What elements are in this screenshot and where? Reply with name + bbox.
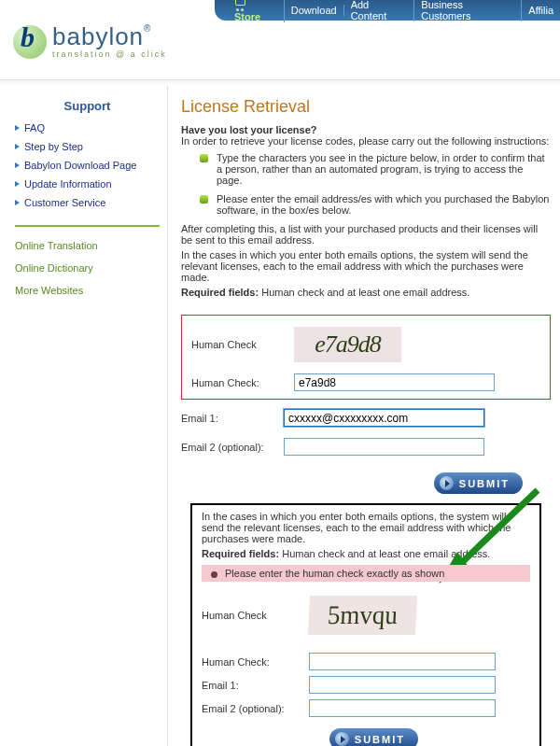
sidebar-heading: Support	[15, 99, 160, 113]
human-check-label: Human Check	[191, 339, 294, 350]
nav-download[interactable]: Download	[285, 5, 344, 16]
arrow-icon	[335, 732, 349, 746]
captcha-highlight-box: Human Check e7a9d8 Human Check:	[181, 315, 551, 400]
after-text: After completing this, a list with your …	[181, 223, 551, 246]
logo-tagline: translation @ a click	[52, 50, 167, 59]
bullet-2: Please enter the email address/es with w…	[200, 193, 551, 216]
top-nav: Store Download Add Content Business Cust…	[215, 0, 560, 21]
inset-email2-input[interactable]	[309, 699, 496, 717]
sidebar-item-update[interactable]: Update Information	[15, 178, 160, 190]
sidebar-item-step[interactable]: Step by Step	[15, 141, 160, 152]
required-text: Required fields: Human check and at leas…	[181, 287, 551, 298]
captcha-image: e7a9d8	[294, 327, 401, 362]
inset-hc-input-label: Human Check:	[202, 656, 309, 668]
inset-hc-input[interactable]	[309, 653, 496, 670]
inset-email2-label: Email 2 (optional):	[202, 703, 309, 714]
bullet-1: Type the characters you see in the pictu…	[200, 152, 551, 186]
logo[interactable]: babylon® translation @ a click	[13, 24, 167, 59]
sidebar-item-download[interactable]: Babylon Download Page	[15, 160, 160, 171]
sublink-dictionary[interactable]: Online Dictionary	[15, 262, 160, 274]
inset-submit-button[interactable]: SUBMIT	[329, 728, 418, 746]
lost-question: Have you lost your license?	[181, 124, 551, 135]
intro-text: In order to retrieve your license codes,…	[181, 135, 551, 147]
page-title: License Retrieval	[181, 97, 551, 117]
logo-name: babylon®	[52, 24, 167, 49]
sidebar-item-service[interactable]: Customer Service	[15, 197, 160, 208]
nav-store[interactable]: Store	[228, 0, 285, 22]
sublink-translation[interactable]: Online Translation	[15, 240, 160, 251]
email1-input[interactable]	[284, 409, 484, 427]
arrow-icon	[440, 476, 454, 490]
inset-hc-label: Human Check	[202, 610, 309, 621]
logo-icon	[13, 25, 47, 59]
email2-input[interactable]	[284, 438, 484, 456]
human-check-input[interactable]	[294, 373, 495, 391]
main: License Retrieval Have you lost your lic…	[168, 86, 560, 746]
sidebar-item-faq[interactable]: FAQ	[15, 122, 160, 134]
nav-business[interactable]: Business Customers	[414, 0, 522, 21]
sidebar: Support FAQ Step by Step Babylon Downloa…	[0, 86, 168, 746]
nav-affilia[interactable]: Affilia	[522, 5, 560, 16]
sublink-more[interactable]: More Websites	[15, 285, 160, 296]
inset-email1-label: Email 1:	[202, 680, 309, 691]
nav-add-content[interactable]: Add Content	[344, 0, 415, 21]
sidebar-divider	[15, 225, 160, 227]
inset-email1-input[interactable]	[309, 676, 496, 694]
inset-captcha-image: 5mvqu	[308, 596, 417, 635]
inset-box: In the cases in which you enter both ema…	[190, 503, 541, 746]
submit-button[interactable]: SUBMIT	[434, 472, 523, 494]
error-message: Please enter the human check exactly as …	[202, 565, 530, 582]
cart-icon	[234, 0, 247, 9]
header: babylon® translation @ a click	[0, 21, 560, 80]
inset-cases: In the cases in which you enter both ema…	[202, 511, 530, 544]
cases-text: In the cases in which you enter both ema…	[181, 249, 551, 283]
email1-label: Email 1:	[181, 413, 284, 424]
email2-label: Email 2 (optional):	[181, 442, 284, 453]
inset-required: Required fields: Human check and at leas…	[202, 548, 530, 559]
human-check-input-label: Human Check:	[191, 377, 294, 388]
